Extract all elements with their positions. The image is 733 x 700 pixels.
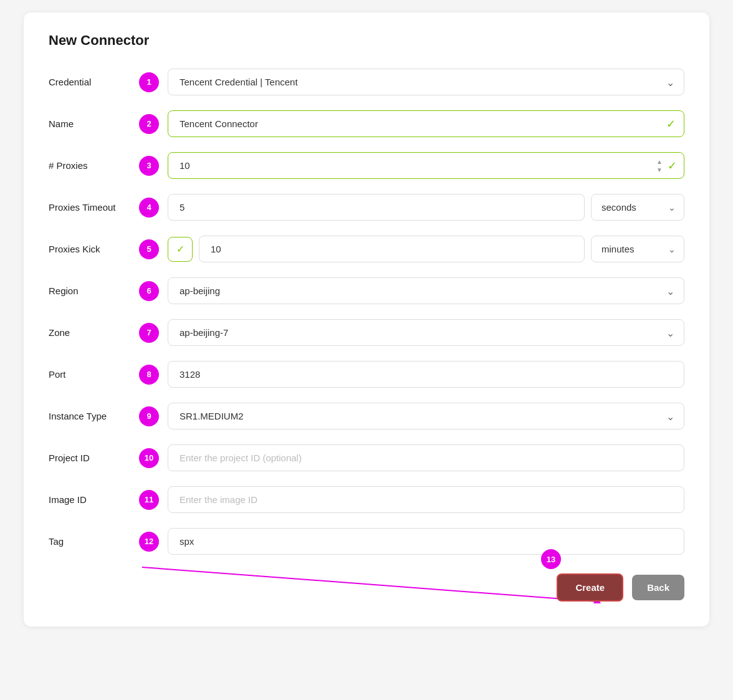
region-label: Region (49, 285, 139, 296)
tag-label: Tag (49, 536, 139, 547)
proxies-count-row: # Proxies 3 ▲ ▼ ✓ (49, 152, 684, 179)
image-id-field[interactable] (168, 486, 684, 513)
proxies-kick-row: Proxies Kick 5 ✓ minutes seconds ⌄ (49, 236, 684, 262)
proxies-count-check-icon: ✓ (668, 159, 677, 173)
spin-down-icon[interactable]: ▼ (656, 166, 663, 173)
image-id-input[interactable] (168, 486, 684, 513)
step-badge-4: 4 (139, 198, 159, 218)
credential-select[interactable]: Tencent Credential | Tencent (168, 69, 684, 95)
step-badge-6: 6 (139, 281, 159, 301)
project-id-label: Project ID (49, 453, 139, 463)
back-button[interactable]: Back (632, 575, 684, 600)
tag-row: Tag 12 (49, 528, 684, 555)
page-title: New Connector (49, 32, 684, 49)
timeout-unit-select[interactable]: seconds minutes (591, 194, 684, 221)
region-row: Region 6 ap-beijing ⌄ (49, 277, 684, 304)
region-select-wrapper[interactable]: ap-beijing ⌄ (168, 277, 684, 304)
image-id-label: Image ID (49, 494, 139, 505)
proxies-timeout-label: Proxies Timeout (49, 202, 139, 213)
step-badge-13: 13 (541, 549, 561, 569)
proxies-timeout-row: Proxies Timeout 4 seconds minutes ⌄ (49, 194, 684, 221)
proxies-timeout-field: seconds minutes ⌄ (168, 194, 684, 221)
name-field[interactable]: ✓ (168, 110, 684, 137)
project-id-input[interactable] (168, 444, 684, 471)
tag-field[interactable] (168, 528, 684, 555)
step-badge-8: 8 (139, 365, 159, 385)
proxies-count-wrapper: ▲ ▼ ✓ (168, 152, 684, 179)
name-row: Name 2 ✓ (49, 110, 684, 137)
zone-select[interactable]: ap-beijing-7 (168, 319, 684, 346)
instance-type-label: Instance Type (49, 411, 139, 421)
port-label: Port (49, 369, 139, 380)
credential-row: Credential 1 Tencent Credential | Tencen… (49, 69, 684, 95)
action-row: 13 Create Back (49, 573, 684, 602)
credential-select-wrapper[interactable]: Tencent Credential | Tencent ⌄ (168, 69, 684, 95)
zone-row: Zone 7 ap-beijing-7 ⌄ (49, 319, 684, 346)
proxies-count-label: # Proxies (49, 160, 139, 171)
instance-type-field[interactable]: SR1.MEDIUM2 ⌄ (168, 403, 684, 429)
kick-unit-wrapper[interactable]: minutes seconds ⌄ (591, 236, 684, 262)
region-select[interactable]: ap-beijing (168, 277, 684, 304)
region-field[interactable]: ap-beijing ⌄ (168, 277, 684, 304)
project-id-field[interactable] (168, 444, 684, 471)
step-badge-7: 7 (139, 323, 159, 343)
instance-type-select-wrapper[interactable]: SR1.MEDIUM2 ⌄ (168, 403, 684, 429)
zone-field[interactable]: ap-beijing-7 ⌄ (168, 319, 684, 346)
name-check-icon: ✓ (666, 117, 676, 131)
kick-unit-select[interactable]: minutes seconds (591, 236, 684, 262)
step-badge-3: 3 (139, 156, 159, 176)
proxies-count-input[interactable] (168, 152, 684, 179)
proxies-kick-field: ✓ minutes seconds ⌄ (168, 236, 684, 262)
step-badge-9: 9 (139, 406, 159, 426)
step-badge-11: 11 (139, 490, 159, 510)
action-area: 13 Create Back (49, 573, 684, 602)
zone-select-wrapper[interactable]: ap-beijing-7 ⌄ (168, 319, 684, 346)
kick-value-input[interactable] (199, 236, 585, 262)
name-input-wrapper: ✓ (168, 110, 684, 137)
timeout-control: seconds minutes ⌄ (168, 194, 684, 221)
proxies-count-field[interactable]: ▲ ▼ ✓ (168, 152, 684, 179)
step-badge-5: 5 (139, 239, 159, 259)
tag-input[interactable] (168, 528, 684, 555)
proxies-count-spin[interactable]: ▲ ▼ (656, 158, 663, 173)
port-row: Port 8 (49, 361, 684, 388)
project-id-row: Project ID 10 (49, 444, 684, 471)
kick-check-icon: ✓ (176, 243, 184, 255)
kick-control: ✓ minutes seconds ⌄ (168, 236, 684, 262)
zone-label: Zone (49, 327, 139, 338)
new-connector-form: New Connector Credential 1 Tencent Crede… (24, 12, 709, 626)
timeout-value-input[interactable] (168, 194, 585, 221)
kick-checkbox[interactable]: ✓ (168, 237, 193, 262)
image-id-row: Image ID 11 (49, 486, 684, 513)
spin-up-icon[interactable]: ▲ (656, 158, 663, 165)
step-badge-10: 10 (139, 448, 159, 468)
name-label: Name (49, 118, 139, 129)
step-badge-1: 1 (139, 72, 159, 92)
create-button[interactable]: Create (557, 573, 623, 602)
proxies-kick-label: Proxies Kick (49, 244, 139, 254)
port-field[interactable] (168, 361, 684, 388)
step-badge-12: 12 (139, 532, 159, 552)
credential-field[interactable]: Tencent Credential | Tencent ⌄ (168, 69, 684, 95)
timeout-unit-wrapper[interactable]: seconds minutes ⌄ (591, 194, 684, 221)
port-input[interactable] (168, 361, 684, 388)
instance-type-row: Instance Type 9 SR1.MEDIUM2 ⌄ (49, 403, 684, 429)
instance-type-select[interactable]: SR1.MEDIUM2 (168, 403, 684, 429)
name-input[interactable] (168, 110, 684, 137)
credential-label: Credential (49, 77, 139, 87)
step-badge-2: 2 (139, 114, 159, 134)
